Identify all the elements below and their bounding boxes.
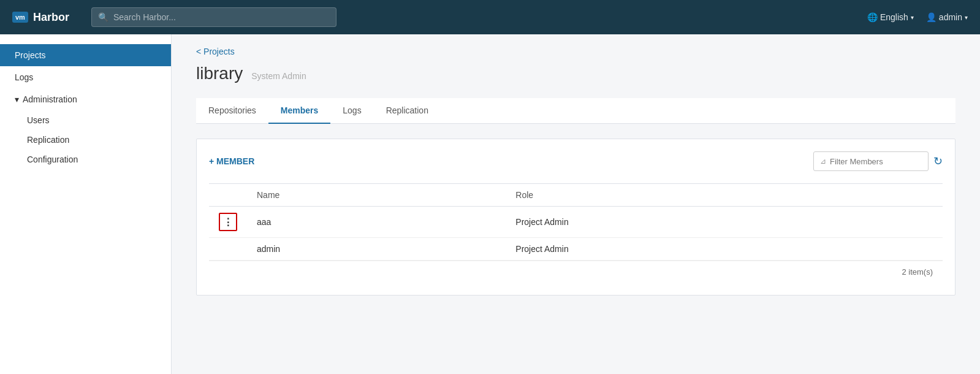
members-toolbar: + MEMBER ⊿ ↻	[209, 151, 943, 171]
members-table: Name Role ⋮ aaa Project Admin	[209, 183, 943, 261]
sidebar-item-configuration[interactable]: Configuration	[0, 150, 171, 169]
sidebar: Projects Logs ▾ Administration Users Rep…	[0, 34, 172, 374]
tab-bar: Repositories Members Logs Replication	[196, 98, 955, 124]
tab-members[interactable]: Members	[268, 98, 330, 124]
filter-members-input[interactable]	[830, 157, 922, 166]
sidebar-item-projects[interactable]: Projects	[0, 44, 171, 66]
page-title: library	[196, 64, 243, 83]
search-bar[interactable]: 🔍	[91, 7, 336, 27]
table-col-name: Name	[247, 184, 506, 207]
tab-repositories[interactable]: Repositories	[196, 98, 268, 124]
user-icon: 👤	[926, 12, 936, 22]
filter-icon: ⊿	[820, 157, 826, 166]
language-selector[interactable]: 🌐 English ▾	[867, 12, 914, 22]
main-content: < Projects library System Admin Reposito…	[172, 34, 980, 374]
language-label: English	[880, 12, 908, 22]
username-label: admin	[939, 12, 962, 22]
user-menu[interactable]: 👤 admin ▾	[926, 12, 968, 22]
item-count: 2 item(s)	[209, 261, 943, 283]
sidebar-users-label: Users	[27, 115, 50, 125]
sidebar-logs-label: Logs	[15, 72, 33, 82]
table-header-row: Name Role	[209, 184, 943, 207]
add-member-button[interactable]: + MEMBER	[209, 156, 254, 166]
breadcrumb[interactable]: < Projects	[196, 47, 955, 56]
vm-logo-icon: vm	[12, 12, 28, 23]
table-row: admin Project Admin	[209, 238, 943, 261]
row-action-button[interactable]: ⋮	[219, 213, 237, 231]
filter-area: ⊿ ↻	[813, 151, 943, 171]
filter-members-input-wrap[interactable]: ⊿	[813, 151, 929, 171]
page-subtitle: System Admin	[251, 71, 306, 81]
chevron-down-icon: ▾	[911, 14, 914, 21]
sidebar-item-replication[interactable]: Replication	[0, 130, 171, 150]
page-header: library System Admin	[196, 64, 955, 83]
table-cell-name: admin	[247, 238, 506, 261]
members-content: + MEMBER ⊿ ↻ Name	[196, 139, 955, 296]
table-cell-role: Project Admin	[506, 238, 943, 261]
table-cell-name: aaa	[247, 207, 506, 238]
table-cell-action: ⋮	[209, 207, 247, 238]
tab-replication[interactable]: Replication	[374, 98, 441, 124]
sidebar-administration-label: Administration	[23, 94, 77, 104]
refresh-button[interactable]: ↻	[933, 155, 943, 168]
sidebar-configuration-label: Configuration	[27, 155, 78, 164]
app-name: Harbor	[33, 11, 69, 24]
chevron-down-icon: ▾	[965, 14, 968, 21]
topnav-right: 🌐 English ▾ 👤 admin ▾	[867, 12, 968, 22]
tab-logs[interactable]: Logs	[330, 98, 373, 124]
sidebar-item-logs[interactable]: Logs	[0, 66, 171, 88]
table-cell-role: Project Admin	[506, 207, 943, 238]
main-layout: Projects Logs ▾ Administration Users Rep…	[0, 34, 980, 374]
globe-icon: 🌐	[867, 12, 878, 22]
sidebar-projects-label: Projects	[15, 50, 46, 60]
table-col-role: Role	[506, 184, 943, 207]
table-col-action	[209, 184, 247, 207]
table-row: ⋮ aaa Project Admin	[209, 207, 943, 238]
table-cell-action-empty	[209, 238, 247, 261]
chevron-down-icon: ▾	[15, 94, 19, 104]
search-icon: 🔍	[98, 12, 108, 22]
top-navigation: vm Harbor 🔍 🌐 English ▾ 👤 admin ▾	[0, 0, 980, 34]
sidebar-administration-header[interactable]: ▾ Administration	[0, 88, 171, 110]
search-input[interactable]	[113, 12, 330, 22]
sidebar-item-users[interactable]: Users	[0, 110, 171, 130]
sidebar-replication-label: Replication	[27, 135, 69, 145]
app-logo[interactable]: vm Harbor	[12, 11, 69, 24]
